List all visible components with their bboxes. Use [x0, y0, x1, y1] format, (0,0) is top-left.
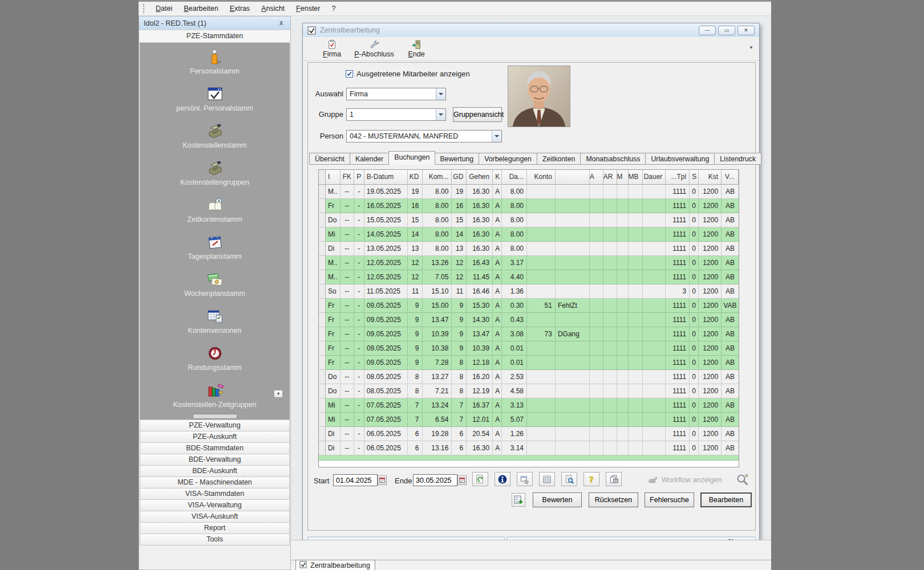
gruppe-combobox[interactable]: 1 [346, 108, 446, 121]
search-doc-icon[interactable] [561, 472, 577, 486]
window-icon[interactable] [307, 26, 316, 35]
toolbar-button-firma[interactable]: Firma [311, 39, 353, 58]
menu-item-?[interactable]: ? [326, 3, 341, 14]
table-row[interactable]: M..---12.05.2025127.051211.45A4.40111101… [319, 270, 739, 284]
column-header-p[interactable]: P [354, 170, 364, 185]
table-row[interactable]: Fr---09.05.2025910.38910.39A0.0111110120… [319, 341, 739, 356]
tab-kalender[interactable]: Kalender [350, 153, 389, 165]
table-row[interactable]: Do---08.05.2025813.27816.20A2.5311110120… [319, 370, 739, 384]
column-header-m[interactable]: M [617, 170, 629, 185]
column-header-da[interactable]: Da... [502, 170, 527, 185]
fehlersuche-button[interactable]: Fehlersuche [645, 492, 694, 507]
checkbox-label[interactable]: Ausgetretene Mitarbeiter anzeigen [356, 70, 470, 78]
ende-calendar-icon[interactable] [457, 475, 467, 485]
sidebar-item-kontenversionen[interactable]: Kontenversionen [140, 307, 290, 344]
column-header-ar[interactable]: AR [603, 170, 617, 185]
sidebar-section-visa-verwaltung[interactable]: VISA-Verwaltung [140, 499, 290, 511]
table-row[interactable]: So---11.05.20251115.101116.46A1.36301200… [319, 284, 739, 299]
table-row[interactable]: Fr---09.05.202597.28812.18A0.01111101200… [319, 356, 739, 370]
excel-export-icon[interactable] [512, 493, 525, 507]
column-header-v[interactable]: V... [722, 170, 739, 185]
checkbox-checked-icon[interactable] [346, 70, 353, 78]
column-header-kd[interactable]: KD [408, 170, 423, 185]
table-row[interactable]: M..---12.05.20251213.261216.43A3.1711110… [319, 256, 739, 270]
gruppenansicht-button[interactable]: Gruppenansicht [453, 107, 502, 122]
chevron-down-icon[interactable] [436, 88, 445, 100]
tab-listendruck[interactable]: Listendruck [715, 153, 761, 165]
bewerten-button[interactable]: Bewerten [533, 492, 582, 507]
sidebar-section-bde-stammdaten[interactable]: BDE-Stammdaten [140, 442, 290, 454]
column-header-mb[interactable]: MB [629, 170, 643, 185]
table-row[interactable]: Di---06.05.2025619.28620.54A1.2611110120… [319, 427, 739, 441]
ende-date-input[interactable] [413, 474, 457, 486]
person-combobox[interactable]: 042 - MUSTERMANN, MANFRED [346, 130, 502, 142]
info-icon[interactable] [495, 472, 510, 486]
menu-item-extras[interactable]: Extras [224, 3, 256, 14]
column-header-b-datum[interactable]: B-Datum [364, 170, 408, 185]
column-header-kst[interactable]: Kst [699, 170, 722, 185]
rücksetzen-button[interactable]: Rücksetzen [589, 492, 638, 507]
start-date-input[interactable] [333, 474, 378, 486]
table-row[interactable]: Do---08.05.202587.21812.19A4.58111101200… [319, 384, 739, 398]
menu-item-datei[interactable]: Datei [150, 3, 178, 14]
sidebar-item-wochenplanstamm[interactable]: Wochenplanstamm [140, 270, 290, 307]
close-button[interactable]: ✕ [737, 26, 755, 35]
chevron-down-icon[interactable] [436, 109, 445, 120]
table-row[interactable]: Mi---07.05.202576.54712.01A5.07111101200… [319, 413, 739, 427]
table-row[interactable]: Fr---09.05.2025913.47914.30A0.4311110120… [319, 313, 739, 327]
sidebar-item-kostenstellen-zeitgruppen[interactable]: Kostenstellen-Zeitgruppen [140, 381, 290, 418]
column-header-blank[interactable] [319, 170, 326, 185]
tab-zeitkonten[interactable]: Zeitkonten [537, 153, 581, 165]
column-header-kom[interactable]: Kom... [423, 170, 452, 185]
tab-vorbelegungen[interactable]: Vorbelegungen [479, 153, 537, 165]
sidebar-item-kostenstellengruppen[interactable]: Kostenstellengruppen [140, 159, 290, 196]
grid-icon[interactable] [539, 472, 555, 486]
menubar-grip-icon[interactable] [143, 4, 145, 13]
close-icon[interactable]: x [277, 19, 286, 28]
table-row[interactable]: Mi---14.05.2025148.001416.30A8.001111012… [319, 227, 739, 242]
table-row[interactable]: Fr---16.05.2025168.001616.30A8.001111012… [319, 199, 739, 213]
minimize-button[interactable]: — [699, 26, 716, 35]
table-row[interactable]: Fr---09.05.2025915.00915.30A0.3051FehlZt… [319, 299, 739, 313]
chevron-down-icon[interactable] [492, 131, 501, 142]
auswahl-combobox[interactable]: Firma [346, 88, 446, 100]
sidebar-item-tagesplanstamm[interactable]: Tagesplanstamm [140, 233, 290, 270]
table-row[interactable]: Do---15.05.2025158.001516.30A8.001111012… [319, 213, 739, 227]
sidebar-section-report[interactable]: Report [140, 522, 290, 534]
menu-item-fenster[interactable]: Fenster [290, 3, 326, 14]
sidebar-group-header[interactable]: PZE-Stammdaten [139, 30, 290, 43]
tab-urlaubsverwaltung[interactable]: Urlaubsverwaltung [646, 153, 715, 165]
column-header-s[interactable]: S [690, 170, 699, 185]
column-header-konto[interactable]: Konto [527, 170, 556, 185]
sidebar-section-bde-verwaltung[interactable]: BDE-Verwaltung [140, 454, 290, 466]
column-header-k[interactable]: K [493, 170, 502, 185]
start-calendar-icon[interactable] [378, 475, 387, 485]
window-titlebar[interactable]: Zentralbearbeitung — ▭ ✕ [303, 23, 759, 37]
tab-monatsabschluss[interactable]: Monatsabschluss [581, 153, 646, 165]
tab-buchungen[interactable]: Buchungen [388, 151, 435, 165]
sidebar-item-personalstamm[interactable]: Personalstamm [140, 48, 290, 85]
menu-item-bearbeiten[interactable]: Bearbeiten [178, 3, 224, 14]
sidebar-section-visa-stammdaten[interactable]: VISA-Stammdaten [140, 488, 290, 500]
column-header-gd[interactable]: GD [452, 170, 467, 185]
sidebar-section-bde-auskunft[interactable]: BDE-Auskunft [140, 465, 290, 477]
restore-button[interactable]: ▭ [718, 26, 735, 35]
tab-bewertung[interactable]: Bewertung [435, 153, 479, 165]
column-header-i[interactable]: I [326, 170, 341, 185]
column-header-blank[interactable] [556, 170, 590, 185]
column-header-gehen[interactable]: Gehen [467, 170, 493, 185]
sidebar-section-visa-auskunft[interactable]: VISA-Auskunft [140, 511, 290, 523]
table-row[interactable]: M..---19.05.2025198.001916.30A8.00111101… [319, 185, 739, 199]
refresh-icon[interactable] [472, 472, 488, 486]
send-window-icon[interactable] [517, 472, 533, 486]
column-header-tpl[interactable]: ...Tpl [666, 170, 690, 185]
table-row[interactable]: Fr---09.05.2025910.39913.47A3.0873DGang1… [319, 327, 739, 341]
table-row[interactable]: Di---13.05.2025138.001316.30A8.001111012… [319, 242, 739, 256]
column-header-a[interactable]: A [590, 170, 603, 185]
toolbar-overflow-icon[interactable]: ▼ [749, 45, 753, 50]
scroll-down-button[interactable]: ▼ [274, 390, 283, 398]
column-header-fk[interactable]: FK [341, 170, 354, 185]
menu-item-ansicht[interactable]: Ansicht [256, 3, 290, 14]
help-icon[interactable]: ? [583, 472, 599, 486]
sidebar-section-mde-maschinendaten[interactable]: MDE - Maschinendaten [140, 477, 290, 488]
